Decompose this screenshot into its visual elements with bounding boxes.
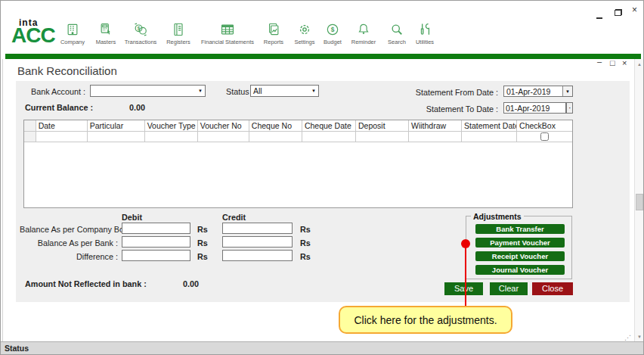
company-book-credit-input[interactable] [222,223,293,234]
column-header-withdraw[interactable]: Wiithdraw [409,120,462,132]
column-header-voucher-no[interactable]: Voucher No [198,120,249,132]
company-book-label: Balance As per Company Book : [20,225,118,234]
amount-not-reflected-value: 0.00 [183,279,199,288]
statement-to-label: Statement To Date : [409,104,498,114]
scroll-thumb[interactable] [636,194,643,210]
row-selector-header [24,120,36,132]
status-select[interactable]: All ▼ [250,85,319,97]
minimize-button[interactable] [596,11,602,21]
callout-line [465,244,466,306]
payment-voucher-button[interactable]: Payment Voucher [475,238,565,248]
adjustments-legend: Adjustments [471,212,524,221]
cell-date[interactable] [36,132,88,142]
toolbar-item-utilities[interactable]: Utilities [407,22,443,49]
receipt-voucher-button[interactable]: Receipt Voucher [475,251,565,261]
child-maximize-button[interactable]: □ [610,58,615,67]
bank-balance-label: Balance As per Bank : [20,238,118,248]
tooltip-bubble: Click here for the adjustments. [339,306,512,334]
bank-transfer-button[interactable]: Bank Transfer [475,224,565,234]
statement-to-value: 01-Apr-2019 [506,104,550,113]
registers-icon [171,22,186,37]
toolbar-item-registers[interactable]: Registers [160,22,197,49]
journal-voucher-button[interactable]: Journal Voucher [475,265,565,275]
statement-from-value: 01-Apr-2019 [506,87,550,96]
difference-label: Difference : [20,252,118,261]
cell-voucher-no[interactable] [198,132,249,142]
svg-text:$: $ [331,26,335,33]
child-close-button[interactable]: × [622,58,627,67]
child-minimize-button[interactable]: – [597,57,602,66]
difference-debit-input[interactable] [122,250,190,261]
masters-icon [98,22,113,37]
column-header-statement-date[interactable]: Statement Date [462,120,517,132]
cell-statement-date[interactable] [462,132,517,142]
statement-to-input[interactable]: 01-Apr-2019 [503,102,566,114]
scroll-down-button[interactable]: ▼ [635,332,644,341]
cell-withdraw[interactable] [409,132,462,142]
column-header-date[interactable]: Date [36,120,88,132]
cell-cheque-no[interactable] [249,132,302,142]
restore-button[interactable] [615,8,622,18]
cell-cheque-date[interactable] [302,132,356,142]
statement-from-label: Statement From Date : [409,88,498,97]
status-label: Status [226,87,249,96]
transactions-icon: $ [133,22,148,37]
scroll-up-button[interactable]: ▲ [635,59,644,69]
child-window-left-border [2,59,3,341]
toolbar-item-transactions[interactable]: $ Transactions [116,22,165,49]
column-header-cheque-no[interactable]: Cheque No [249,120,302,132]
row-selector-cell[interactable] [24,132,36,142]
current-balance-label: Current Balance : [25,103,93,112]
cell-particular[interactable] [88,132,145,142]
toolbar-item-financial-statements[interactable]: Financial Statements [197,22,259,49]
financial-statements-icon [220,22,235,37]
difference-credit-input[interactable] [222,250,293,261]
cell-checkbox [517,132,572,142]
vertical-scrollbar[interactable]: ▲ ▼ [634,59,644,341]
search-icon [389,22,404,37]
toolbar-item-company[interactable]: Company [54,22,91,49]
toolbar-label: Transactions [116,39,165,45]
table-header-row: Date Particular Voucher Type Voucher No … [24,120,572,132]
callout-dot [461,239,470,248]
toolbar-label: Reminder [345,39,382,45]
save-button[interactable]: Save [444,282,483,295]
toolbar-label: Registers [160,39,197,45]
column-header-particular[interactable]: Particular [88,120,145,132]
bank-debit-input[interactable] [122,236,190,248]
resize-grip[interactable]: ⋰ [624,334,631,341]
reminder-icon [356,22,371,37]
column-header-voucher-type[interactable]: Voucher Type [145,120,198,132]
close-icon: × [632,5,637,15]
app-window: × inta ACC Company Masters $ Transaction… [0,0,644,355]
debit-column-header: Debit [122,213,142,222]
table-row[interactable] [24,132,572,142]
bank-account-label: Bank Account : [23,87,85,96]
toolbar-label: Financial Statements [197,39,259,45]
row-checkbox[interactable] [540,132,549,141]
close-button[interactable]: × [632,5,637,15]
currency-label: Rs [300,252,311,261]
status-bar: Status [1,341,643,354]
column-header-cheque-date[interactable]: Cheque Date [302,120,356,132]
toolbar-item-reminder[interactable]: Reminder [345,22,382,49]
currency-label: Rs [197,225,208,234]
bank-account-select[interactable]: ▼ [90,85,206,97]
chevron-down-icon: ▼ [562,86,572,96]
menu-separator-bar [5,54,641,59]
company-book-debit-input[interactable] [122,223,190,234]
column-header-deposit[interactable]: Deposit [356,120,409,132]
currency-label: Rs [197,252,208,261]
utilities-icon [417,22,432,37]
cell-deposit[interactable] [356,132,409,142]
column-header-checkbox[interactable]: CheckBox [517,120,572,132]
statement-to-spinner-button[interactable]: · [566,102,573,114]
close-action-button[interactable]: Close [532,282,573,295]
company-icon [65,22,80,37]
statement-from-select[interactable]: 01-Apr-2019 ▼ [503,86,573,97]
current-balance-value: 0.00 [129,103,145,112]
bank-credit-input[interactable] [222,236,293,248]
status-label: Status [5,344,29,353]
clear-button[interactable]: Clear [490,282,528,295]
cell-voucher-type[interactable] [145,132,198,142]
